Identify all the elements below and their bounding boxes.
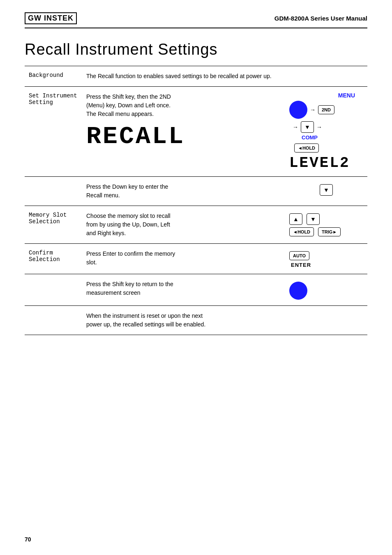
down-key-diagram: ▼: [285, 177, 367, 206]
row-content-down-key: Press the Down key to enter the Recall m…: [82, 177, 285, 206]
level-display: LEVEL2: [289, 156, 363, 171]
table-row: Press the Shift key to return to the mea…: [25, 274, 367, 306]
row-content-shift-return: Press the Shift key to return to the mea…: [82, 274, 285, 306]
key-hold-left: ◄HOLD: [294, 143, 319, 153]
key-2nd: 2ND: [318, 105, 334, 114]
header: GW INSTEK GDM-8200A Series User Manual: [25, 12, 367, 28]
table-row: Background The Recall function to enable…: [25, 66, 367, 87]
row-content-set-instrument: Press the Shift key, then the 2ND (Menu)…: [82, 87, 285, 177]
arrow-right-icon: →: [310, 106, 316, 113]
shift-button-icon: [289, 101, 307, 119]
enter-label: ENTER: [291, 262, 311, 268]
key-down-arrow: ▼: [301, 121, 314, 133]
table-row: ConfirmSelection Press Enter to confirm …: [25, 244, 367, 274]
row-label-empty-1: [25, 177, 82, 206]
row-label-empty-3: [25, 306, 82, 335]
key-hold-2: ◄HOLD: [289, 227, 314, 236]
row-label-set-instrument: Set InstrumentSetting: [25, 87, 82, 177]
comp-label: COMP: [302, 134, 318, 141]
row-content-memory-slot: Choose the memory slot to recall from by…: [82, 206, 285, 244]
confirm-diagram: AUTO ENTER: [285, 244, 367, 274]
row-label-background: Background: [25, 66, 82, 87]
page-number: 70: [25, 536, 31, 543]
key-down-2: ▼: [307, 213, 320, 225]
page: GW INSTEK GDM-8200A Series User Manual R…: [0, 0, 392, 555]
logo: GW INSTEK: [25, 12, 77, 24]
recall-display: RECALL: [86, 124, 281, 149]
table-row: Set InstrumentSetting Press the Shift ke…: [25, 87, 367, 177]
key-up: ▲: [289, 213, 302, 225]
row-content-background: The Recall function to enables saved set…: [82, 66, 367, 87]
row-label-confirm: ConfirmSelection: [25, 244, 82, 274]
shift-diagram: [285, 274, 367, 306]
memory-slot-diagram: ▲ ▼ ◄HOLD TRIG►: [285, 206, 367, 244]
logo-text: GW INSTEK: [28, 14, 74, 22]
table-row: Memory SlotSelection Choose the memory s…: [25, 206, 367, 244]
menu-label: MENU: [338, 92, 355, 99]
arrow-right-3-icon: →: [316, 124, 322, 130]
table-row: Press the Down key to enter the Recall m…: [25, 177, 367, 206]
row-content-note: When the instrument is reset or upon the…: [82, 306, 367, 335]
row-content-confirm: Press Enter to confirm the memory slot.: [82, 244, 285, 274]
page-title: Recall Instrument Settings: [25, 41, 367, 58]
key-trig: TRIG►: [318, 227, 341, 236]
main-table: Background The Recall function to enable…: [25, 66, 367, 335]
set-instrument-diagram: MENU → 2ND → ▼ → COMP: [285, 87, 367, 177]
row-label-memory-slot: Memory SlotSelection: [25, 206, 82, 244]
key-down: ▼: [320, 184, 333, 196]
header-title: GDM-8200A Series User Manual: [274, 15, 367, 22]
arrow-right-2-icon: →: [293, 124, 298, 130]
shift-button-2-icon: [289, 282, 307, 300]
row-label-empty-2: [25, 274, 82, 306]
table-row: When the instrument is reset or upon the…: [25, 306, 367, 335]
key-auto: AUTO: [289, 251, 309, 260]
